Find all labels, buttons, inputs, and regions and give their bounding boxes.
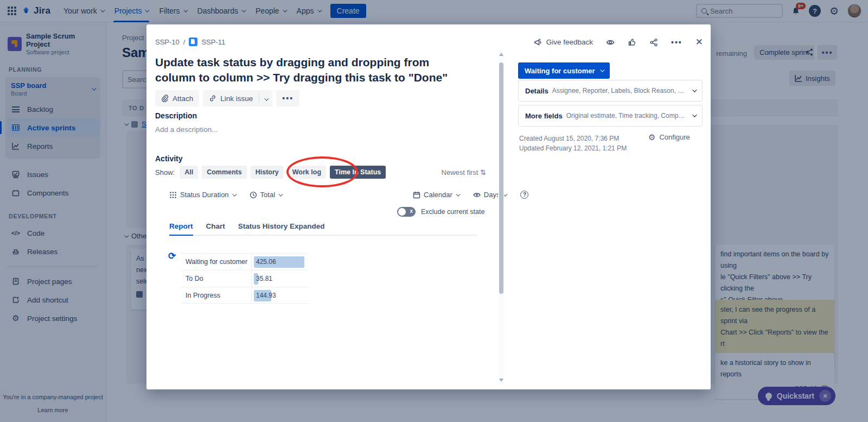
- eye-icon: [473, 191, 481, 199]
- status-dropdown-button[interactable]: Waiting for customer: [518, 62, 610, 79]
- total-dropdown[interactable]: Total: [250, 191, 282, 199]
- sort-order-button[interactable]: Newest first ⇅: [437, 168, 486, 177]
- status-duration-dropdown[interactable]: Status Duration: [169, 191, 235, 199]
- scrollbar-thumb[interactable]: [499, 62, 503, 294]
- filter-time-in-status[interactable]: Time In Status: [330, 166, 386, 179]
- share-icon: [649, 38, 658, 47]
- scroll-up-arrow[interactable]: [499, 53, 503, 56]
- exclude-toggle[interactable]: x: [397, 207, 416, 217]
- time-in-status-report-table: Waiting for customer 425.06 To Do 35.81 …: [181, 253, 308, 304]
- filter-work-log[interactable]: Work log: [288, 166, 326, 179]
- issue-breadcrumb: SSP-10 / SSP-11: [155, 37, 225, 46]
- gear-icon: ⚙: [648, 133, 655, 141]
- refresh-icon[interactable]: ⟳: [168, 250, 176, 262]
- like-button[interactable]: [628, 38, 636, 47]
- status-name: To Do: [181, 270, 252, 287]
- megaphone-icon: [534, 38, 542, 47]
- chevron-down-icon: [456, 192, 460, 196]
- created-timestamp: Created August 15, 2020, 7:36 PM: [519, 135, 619, 142]
- filter-all[interactable]: All: [180, 166, 198, 179]
- share-button[interactable]: [649, 38, 658, 47]
- activity-heading: Activity: [155, 154, 183, 163]
- exclude-current-state-row: x Exclude current state: [397, 207, 484, 217]
- description-label: Description: [155, 111, 197, 120]
- chevron-down-icon: [232, 192, 237, 196]
- modal-header-actions: Give feedback ••• ✕: [534, 36, 703, 48]
- status-name: In Progress: [181, 287, 252, 303]
- tab-chart[interactable]: Chart: [206, 222, 225, 230]
- attach-button[interactable]: Attach: [155, 90, 199, 106]
- watch-button[interactable]: [606, 38, 615, 47]
- activity-filter-row: Show: All Comments History Work log Time…: [155, 166, 386, 179]
- scroll-down-arrow[interactable]: [499, 379, 503, 382]
- help-icon[interactable]: ?: [520, 191, 528, 199]
- clock-icon: [250, 191, 257, 199]
- close-icon[interactable]: ✕: [695, 36, 703, 48]
- link-issue-split-button: Link issue: [203, 90, 272, 106]
- duration-value: 35.81: [252, 275, 272, 282]
- chevron-down-icon: [692, 87, 697, 92]
- duration-value: 425.06: [252, 258, 276, 266]
- subtask-type-icon: [189, 37, 197, 46]
- configure-button[interactable]: ⚙ Configure: [648, 133, 690, 141]
- give-feedback-button[interactable]: Give feedback: [534, 38, 593, 47]
- modal-more-button[interactable]: •••: [671, 38, 682, 47]
- more-fields-panel[interactable]: More fields Original estimate, Time trac…: [518, 105, 703, 127]
- jira-app: Jira Your work Projects Filters Dashboar…: [0, 0, 868, 422]
- description-placeholder[interactable]: Add a description...: [155, 125, 218, 134]
- calendar-icon: [413, 191, 420, 199]
- current-issue-link[interactable]: SSP-11: [201, 38, 225, 46]
- modal-scrollbar[interactable]: [498, 49, 504, 385]
- parent-issue-link[interactable]: SSP-10: [155, 38, 180, 46]
- issue-detail-modal: SSP-10 / SSP-11 Give feedback ••• ✕ Upda…: [146, 24, 711, 389]
- paperclip-icon: [161, 95, 169, 102]
- issue-title[interactable]: Update task status by dragging and dropp…: [155, 55, 473, 85]
- chevron-down-icon: [278, 192, 283, 196]
- table-row: Waiting for customer 425.06: [181, 253, 308, 270]
- details-panel[interactable]: Details Assignee, Reporter, Labels, Bloc…: [518, 80, 703, 102]
- updated-timestamp: Updated February 12, 2021, 1:21 PM: [519, 144, 627, 152]
- status-name: Waiting for customer: [181, 254, 252, 270]
- issue-action-buttons: Attach Link issue •••: [155, 90, 299, 106]
- link-issue-dropdown[interactable]: [259, 93, 272, 103]
- time-in-status-toolbar: Status Duration Total Calendar Days ?: [169, 191, 528, 199]
- chevron-down-icon: [600, 67, 604, 72]
- exclude-label: Exclude current state: [421, 208, 484, 216]
- show-label: Show:: [155, 168, 175, 177]
- table-row: In Progress 144.93: [181, 287, 308, 304]
- table-row: To Do 35.81: [181, 270, 308, 287]
- link-issue-button[interactable]: Link issue: [203, 95, 259, 103]
- grid-icon: [169, 191, 177, 199]
- tis-tabs: Report Chart Status History Expanded: [169, 222, 477, 236]
- filter-comments[interactable]: Comments: [202, 166, 247, 179]
- tab-status-history-expanded[interactable]: Status History Expanded: [238, 222, 325, 230]
- link-icon: [209, 95, 216, 102]
- filter-history[interactable]: History: [251, 166, 284, 179]
- calendar-dropdown[interactable]: Calendar: [413, 191, 459, 199]
- issue-more-button[interactable]: •••: [276, 90, 299, 106]
- thumbs-up-icon: [628, 38, 636, 47]
- chevron-down-icon: [692, 112, 697, 117]
- duration-value: 144.93: [252, 292, 276, 299]
- eye-icon: [606, 38, 615, 47]
- sort-icon: ⇅: [480, 168, 486, 177]
- tab-report[interactable]: Report: [169, 222, 193, 230]
